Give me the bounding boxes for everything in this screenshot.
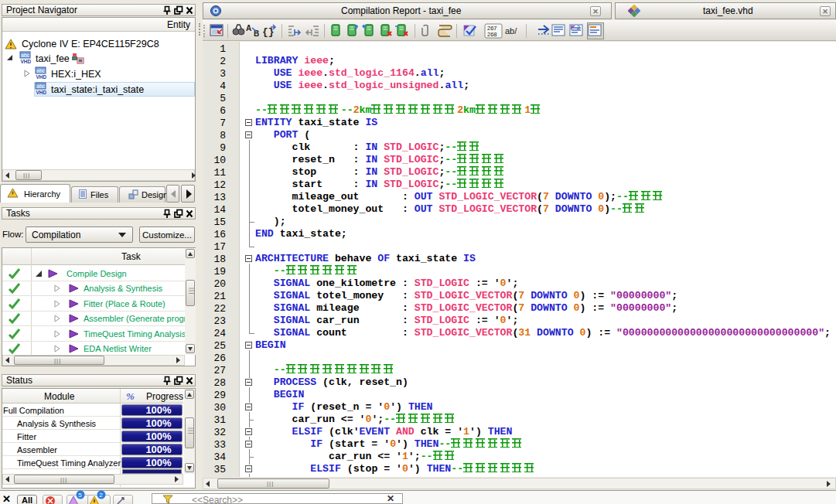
svg-text:VHD: VHD [21, 59, 32, 64]
svg-text:A: A [246, 24, 251, 32]
svg-text:VHD: VHD [36, 74, 47, 80]
svg-text:268: 268 [487, 31, 497, 38]
svg-text:abc: abc [36, 83, 46, 89]
svg-text:2: 2 [577, 25, 580, 30]
svg-text:2: 2 [99, 492, 103, 499]
svg-text:VHD: VHD [36, 90, 47, 95]
svg-text:5: 5 [78, 492, 82, 499]
svg-text:ab/: ab/ [505, 26, 517, 36]
svg-text:{}: {} [262, 26, 275, 38]
svg-text:abc: abc [36, 68, 46, 73]
svg-text:abc: abc [21, 53, 30, 58]
